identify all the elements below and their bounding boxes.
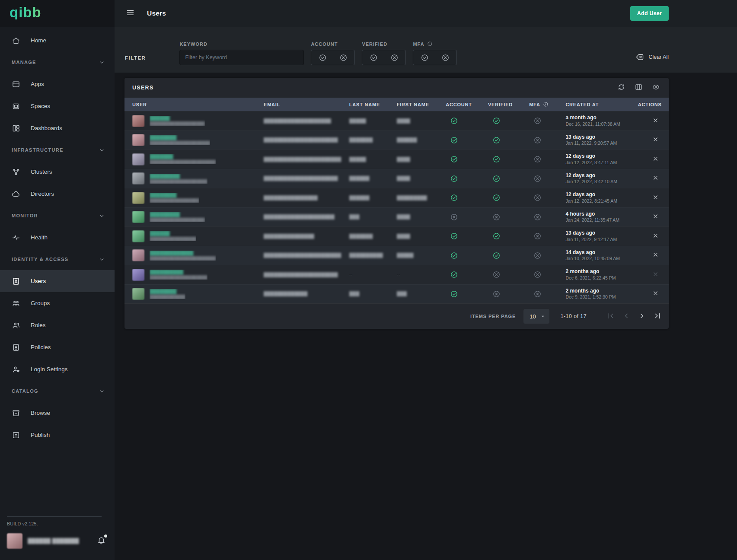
column-header-mfa: MFA: [529, 102, 565, 107]
sidebar-item-roles[interactable]: Roles: [0, 314, 115, 336]
menu-button[interactable]: [125, 7, 136, 19]
filter-mfa-no-button[interactable]: [436, 51, 454, 64]
x-circle-icon: [533, 251, 542, 260]
column-header-label: ACTIONS: [638, 102, 662, 107]
filter-bar: FILTER KEYWORD ACCOUNTVERIFIEDMFA Clear …: [115, 27, 737, 73]
row-delete-button[interactable]: [651, 270, 660, 280]
user-name-link[interactable]: █████████: [150, 174, 207, 178]
mfa-status-icon: [529, 270, 565, 279]
pagination-range: 1-10 of 17: [561, 313, 587, 319]
filter-label-row: MFA: [413, 41, 457, 47]
clusters-icon: [12, 168, 20, 176]
sidebar-section-manage[interactable]: MANAGE: [0, 51, 115, 73]
login-settings-icon: [12, 365, 20, 374]
first-page-button[interactable]: [606, 311, 616, 322]
info-icon: [543, 102, 549, 107]
last-name-cell: --: [349, 272, 397, 278]
filter-account-yes-button[interactable]: [313, 51, 332, 64]
sidebar-item-apps[interactable]: Apps: [0, 73, 115, 95]
current-user[interactable]: ██████ ███████: [0, 526, 115, 560]
user-cell: █████████████████████: [132, 288, 264, 300]
table-row: ████████████████████████████████████████…: [124, 150, 669, 169]
page-last-icon: [653, 312, 662, 320]
refresh-button[interactable]: [617, 83, 625, 92]
sidebar-item-users[interactable]: Users: [0, 270, 115, 292]
sidebar-section-monitor[interactable]: MONITOR: [0, 205, 115, 226]
created-absolute: Jan 12, 2022, 8:47:11 AM: [565, 160, 638, 165]
created-relative: 13 days ago: [565, 230, 638, 236]
brand-logo[interactable]: qibb: [0, 0, 115, 27]
last-page-button[interactable]: [652, 311, 663, 322]
row-delete-button[interactable]: [651, 193, 660, 203]
row-delete-button[interactable]: [651, 135, 660, 145]
sidebar-section-catalog[interactable]: CATALOG: [0, 380, 115, 402]
user-name-link[interactable]: ██████: [150, 116, 205, 121]
user-name-link[interactable]: ███████: [150, 154, 216, 159]
x-circle-icon: [533, 270, 542, 279]
sidebar-item-policies[interactable]: Policies: [0, 336, 115, 358]
x-circle-icon: [533, 175, 542, 183]
column-header-verified: VERIFIED: [488, 102, 529, 107]
user-name-link[interactable]: ██████████: [150, 270, 207, 274]
actions-cell: [638, 193, 660, 203]
filter-verified-no-button[interactable]: [385, 51, 403, 64]
sidebar-section-infrastructure[interactable]: INFRASTRUCTURE: [0, 139, 115, 161]
filter-account-no-button[interactable]: [334, 51, 352, 64]
filter-label-row: KEYWORD: [179, 41, 304, 47]
notifications-button[interactable]: [96, 535, 107, 547]
row-delete-button[interactable]: [651, 173, 660, 184]
user-name-link[interactable]: ██████: [150, 231, 196, 236]
user-name-link[interactable]: █████████: [150, 212, 205, 217]
add-user-button[interactable]: Add User: [630, 6, 669, 21]
sidebar-item-spaces[interactable]: Spaces: [0, 95, 115, 117]
columns-button[interactable]: [635, 83, 643, 92]
check-circle-icon: [450, 155, 458, 163]
sidebar-item-health[interactable]: Health: [0, 226, 115, 248]
sidebar-item-groups[interactable]: Groups: [0, 292, 115, 314]
sidebar-section-identity-access[interactable]: IDENTITY & ACCESS: [0, 248, 115, 270]
page-prev-icon: [622, 312, 631, 320]
row-delete-button[interactable]: [651, 116, 660, 126]
filter-verified-yes-button[interactable]: [364, 51, 383, 64]
sidebar-item-browse[interactable]: Browse: [0, 402, 115, 424]
sidebar-item-directors[interactable]: Directors: [0, 183, 115, 205]
check-circle-icon: [492, 155, 501, 163]
row-delete-button[interactable]: [651, 250, 660, 261]
sidebar-item-label: Browse: [31, 410, 50, 416]
previous-page-button[interactable]: [621, 311, 632, 322]
sidebar-item-clusters[interactable]: Clusters: [0, 161, 115, 183]
user-name-link[interactable]: ████████: [150, 135, 210, 140]
sidebar-item-dashboards[interactable]: Dashboards: [0, 117, 115, 139]
sidebar-item-login-settings[interactable]: Login Settings: [0, 358, 115, 380]
user-name-link[interactable]: ████████: [150, 193, 199, 197]
row-delete-button[interactable]: [651, 231, 660, 242]
items-per-page-select[interactable]: 10: [523, 309, 549, 324]
keyword-input[interactable]: [179, 50, 304, 65]
table-row: ████████████████████████████████████████…: [124, 111, 669, 130]
row-delete-button[interactable]: [651, 154, 660, 165]
account-status-icon: [446, 136, 488, 144]
column-header-created-at: CREATED AT: [565, 102, 638, 107]
verified-status-icon: [488, 232, 529, 240]
row-delete-button[interactable]: [651, 289, 660, 299]
clear-all-button[interactable]: Clear All: [635, 53, 669, 65]
actions-cell: [638, 289, 660, 299]
mfa-status-icon: [529, 136, 565, 144]
next-page-button[interactable]: [637, 311, 647, 322]
user-name-link[interactable]: ████████: [150, 289, 185, 294]
first-name-cell: ████: [397, 176, 446, 181]
table-row: ████████████████████████████████████████…: [124, 284, 669, 304]
mfa-status-icon: [529, 155, 565, 163]
sidebar-item-publish[interactable]: Publish: [0, 424, 115, 446]
dashboards-icon: [12, 124, 20, 133]
user-name-link[interactable]: █████████████: [150, 251, 216, 255]
filter-mfa-yes-button[interactable]: [415, 51, 434, 64]
check-circle-icon: [492, 194, 501, 202]
email-cell: ██████████████████████: [264, 176, 349, 181]
sidebar-section-label: INFRASTRUCTURE: [12, 147, 64, 153]
visibility-button[interactable]: [652, 83, 660, 92]
account-status-icon: [446, 290, 488, 298]
sidebar-item-home[interactable]: Home: [0, 29, 115, 51]
row-delete-button[interactable]: [651, 212, 660, 222]
user-meta: ██████████████████████████████: [150, 174, 207, 184]
